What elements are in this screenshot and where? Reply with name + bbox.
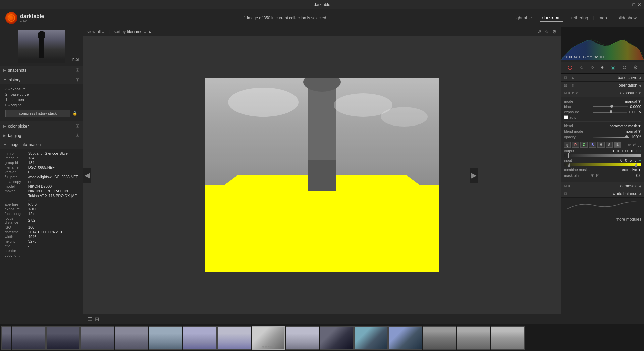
- list-item[interactable]: [115, 326, 148, 350]
- input-gradient-slider[interactable]: [564, 163, 641, 166]
- tagging-info-icon[interactable]: ⓘ: [76, 133, 79, 138]
- history-item-0[interactable]: 3 - exposure: [3, 86, 79, 92]
- white-balance-preset-icon[interactable]: =: [568, 192, 570, 196]
- base-curve-header[interactable]: ☑ = ⚙ base curve ◀: [561, 74, 644, 81]
- snapshots-info-icon[interactable]: ⓘ: [76, 68, 79, 73]
- orientation-enable-icon[interactable]: ☑: [564, 84, 567, 87]
- exposure-header[interactable]: ☑ = ⚙ ↺ exposure ▼: [561, 89, 644, 97]
- opacity-slider[interactable]: [593, 137, 629, 138]
- blend-value[interactable]: parametric mask ▼: [610, 124, 641, 128]
- base-curve-settings-icon[interactable]: ⚙: [572, 76, 575, 80]
- auto-checkbox[interactable]: [564, 115, 568, 119]
- close-button[interactable]: ✕: [637, 2, 641, 7]
- history-item-3[interactable]: 0 - original: [3, 102, 79, 108]
- preset-star-icon[interactable]: ☆: [578, 64, 585, 71]
- view-dropdown-icon[interactable]: ⌄: [101, 29, 105, 34]
- list-item[interactable]: [354, 326, 388, 350]
- sort-asc-icon[interactable]: ▲: [148, 29, 152, 34]
- fullscreen-icon[interactable]: ⛶: [551, 316, 557, 322]
- orientation-settings-icon[interactable]: ⚙: [572, 84, 575, 87]
- snapshots-header[interactable]: ▶ snapshots ⓘ: [0, 66, 83, 75]
- channel-l-button[interactable]: L: [614, 142, 621, 148]
- channel-pick-icon[interactable]: ✏: [628, 143, 631, 147]
- more-modules-button[interactable]: more modules: [561, 214, 644, 224]
- settings-icon[interactable]: ⚙: [552, 29, 557, 34]
- channel-expand-icon[interactable]: ⛶: [637, 143, 641, 147]
- output-gradient-slider[interactable]: [564, 154, 641, 157]
- list-item[interactable]: [457, 326, 490, 350]
- list-item[interactable]: [491, 326, 525, 350]
- channel-g2-button[interactable]: G: [580, 142, 588, 148]
- output-add-icon[interactable]: +: [639, 149, 641, 153]
- exposure-history-icon[interactable]: ↺: [576, 91, 579, 95]
- list-item[interactable]: [423, 326, 456, 350]
- black-slider[interactable]: [593, 106, 628, 107]
- demosaic-enable-icon[interactable]: ☑: [564, 184, 567, 188]
- base-curve-preset-icon[interactable]: =: [568, 76, 570, 80]
- minimize-button[interactable]: —: [626, 2, 631, 7]
- circle-icon[interactable]: ○: [589, 64, 595, 71]
- channel-r-button[interactable]: R: [572, 142, 579, 148]
- white-balance-enable-icon[interactable]: ☑: [564, 192, 567, 196]
- image-canvas[interactable]: ◀ ▶: [83, 36, 561, 314]
- exposure-enable-icon[interactable]: ☑: [564, 91, 567, 95]
- base-curve-enable-icon[interactable]: ☑: [564, 76, 567, 80]
- channel-reset-icon[interactable]: ↺: [633, 143, 636, 147]
- list-item[interactable]: [320, 326, 354, 350]
- compress-history-button[interactable]: compress history stack: [5, 110, 70, 117]
- refresh-icon[interactable]: ↺: [621, 64, 628, 71]
- history-item-1[interactable]: 2 - base curve: [3, 92, 79, 97]
- gear-icon[interactable]: ⚙: [632, 64, 639, 71]
- list-item[interactable]: [388, 326, 422, 350]
- list-item[interactable]: [12, 326, 46, 350]
- app-logo[interactable]: darktable 1.6.0: [5, 12, 44, 24]
- exposure-slider[interactable]: [593, 112, 627, 113]
- power-icon[interactable]: ⏻: [566, 64, 574, 71]
- demosaic-preset-icon[interactable]: =: [568, 184, 570, 188]
- expand-icon[interactable]: ⇱⇲: [72, 57, 79, 62]
- combine-masks-value[interactable]: exclusive ▼: [622, 168, 641, 172]
- list-item[interactable]: [149, 326, 182, 350]
- channel-h-button[interactable]: H: [597, 142, 604, 148]
- image-info-header[interactable]: ▼ image information: [0, 140, 83, 149]
- maximize-button[interactable]: □: [633, 2, 635, 7]
- history-item-2[interactable]: 1 - sharpen: [3, 97, 79, 102]
- reload-icon[interactable]: ↺: [537, 29, 541, 34]
- nav-slideshow[interactable]: slideshow: [615, 14, 639, 22]
- nav-lighttable[interactable]: lighttable: [513, 14, 534, 22]
- input-add-icon[interactable]: +: [639, 158, 641, 162]
- mode-dropdown[interactable]: manual ▼: [625, 99, 641, 103]
- list-item[interactable]: [217, 326, 251, 350]
- history-info-icon[interactable]: ⓘ: [76, 77, 79, 82]
- list-item[interactable]: [80, 326, 114, 350]
- list-item[interactable]: [46, 326, 80, 350]
- mask-eye-icon[interactable]: 👁: [591, 173, 595, 178]
- exposure-settings-icon[interactable]: ⚙: [572, 91, 575, 95]
- mask-square-icon[interactable]: ⊡: [596, 173, 599, 178]
- filled-circle-icon[interactable]: ●: [599, 64, 605, 71]
- nav-tethering[interactable]: tethering: [569, 14, 590, 22]
- star-icon[interactable]: ☆: [545, 29, 549, 34]
- orientation-header[interactable]: ☑ = ⚙ orientation ◀: [561, 82, 644, 89]
- list-item[interactable]: [1, 326, 11, 350]
- nav-darkroom[interactable]: darkroom: [540, 14, 563, 22]
- history-header[interactable]: ▼ history ⓘ: [0, 75, 83, 84]
- white-balance-header[interactable]: ☑ = white balance ◀: [561, 190, 644, 197]
- color-picker-header[interactable]: ▶ color picker ⓘ: [0, 121, 83, 131]
- list-item[interactable]: ★ ★ ★ ★ ★: [252, 326, 285, 350]
- right-arrow-button[interactable]: ▶: [470, 168, 478, 183]
- list-item[interactable]: [183, 326, 217, 350]
- left-arrow-button[interactable]: ◀: [83, 168, 91, 183]
- channel-s-button[interactable]: S: [606, 142, 613, 148]
- list-view-icon[interactable]: ☰: [87, 316, 92, 322]
- channel-g-button[interactable]: g: [564, 142, 571, 148]
- blend-mode-value[interactable]: normal ▼: [626, 129, 641, 133]
- exposure-preset-icon[interactable]: =: [568, 91, 570, 95]
- demosaic-header[interactable]: ☑ = demosaic ◀: [561, 182, 644, 190]
- grid-view-icon[interactable]: ⊞: [95, 316, 99, 322]
- green-circle-icon[interactable]: ◉: [609, 64, 617, 71]
- channel-b-button[interactable]: B: [589, 142, 596, 148]
- color-picker-info-icon[interactable]: ⓘ: [76, 123, 79, 129]
- sort-dropdown-icon[interactable]: ⌄: [143, 29, 147, 34]
- orientation-preset-icon[interactable]: =: [568, 84, 570, 87]
